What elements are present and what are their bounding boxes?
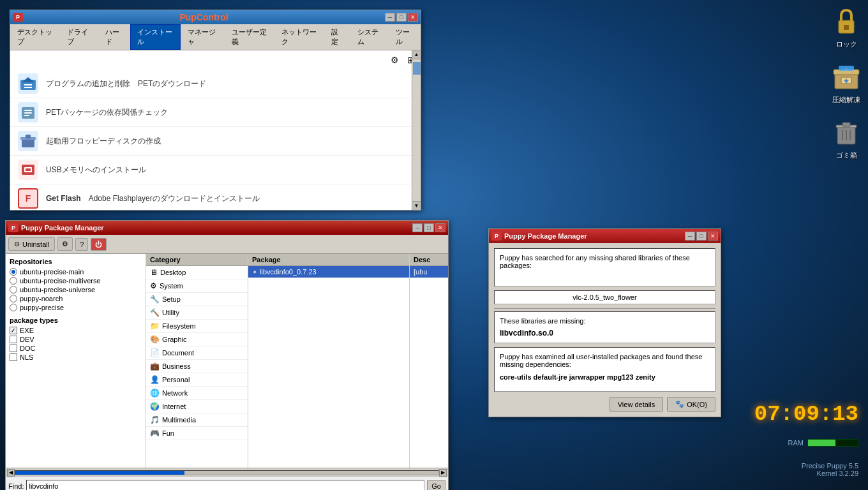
cat-fun[interactable]: 🎮 Fun bbox=[146, 427, 248, 440]
pcp-menu-network[interactable]: ネットワーク bbox=[274, 24, 324, 50]
pcp-menu-install[interactable]: インストール bbox=[130, 24, 180, 50]
pcp-menu-settings[interactable]: 設定 bbox=[324, 24, 350, 50]
trash-desktop-icon[interactable]: ゴミ箱 bbox=[831, 117, 862, 160]
find-go-btn[interactable]: Go bbox=[427, 480, 445, 490]
cat-system-icon: ⚙ bbox=[150, 281, 157, 290]
pkg-type-nls[interactable]: NLS bbox=[10, 353, 142, 361]
scroll-right-btn[interactable]: ▶ bbox=[439, 469, 447, 477]
pcp-menu-manager[interactable]: マネージャ bbox=[181, 24, 225, 50]
dialog-window-controls: ─ □ ✕ bbox=[685, 232, 718, 241]
pcp-menu-tools[interactable]: ツール bbox=[389, 24, 421, 50]
pcp-min-btn[interactable]: ─ bbox=[385, 13, 395, 22]
archive-desktop-icon[interactable]: ↓ 圧縮解凍 bbox=[831, 62, 862, 105]
repo-puppy-precise[interactable]: puppy-precise bbox=[10, 304, 142, 311]
dialog-close-btn[interactable]: ✕ bbox=[708, 232, 718, 241]
trash-icon-img bbox=[831, 117, 862, 148]
lock-desktop-icon[interactable]: ロック bbox=[831, 6, 862, 49]
view-details-btn[interactable]: View details bbox=[610, 397, 664, 412]
scroll-track[interactable] bbox=[15, 470, 439, 475]
cat-multimedia[interactable]: 🎵 Multimedia bbox=[146, 413, 248, 427]
repo-radio-1[interactable] bbox=[10, 277, 17, 285]
cat-personal[interactable]: 👤 Personal bbox=[146, 373, 248, 387]
pcp-close-btn[interactable]: ✕ bbox=[408, 13, 418, 22]
uninstall-btn[interactable]: ⊖ Uninstall bbox=[8, 237, 55, 251]
repo-ubuntu-universe[interactable]: ubuntu-precise-universe bbox=[10, 286, 142, 293]
pkg-sidebar: Repositories ubuntu-precise-main ubuntu-… bbox=[6, 254, 146, 468]
ok-btn[interactable]: 🐾 OK(O) bbox=[667, 397, 715, 412]
pkg-min-btn[interactable]: ─ bbox=[412, 223, 423, 232]
cat-multimedia-icon: 🎵 bbox=[150, 415, 160, 424]
cat-business[interactable]: 💼 Business bbox=[146, 360, 248, 373]
pcp-menubar: デスクトップ ドライブ ハード インストール マネージャ ユーザー定義 ネットワ… bbox=[10, 24, 421, 50]
pkg-title-text: Puppy Package Manager bbox=[21, 224, 410, 232]
cat-system[interactable]: ⚙ System bbox=[146, 279, 248, 293]
dialog-content: Puppy has searched for any missing share… bbox=[489, 243, 721, 417]
pcp-menu-drive[interactable]: ドライブ bbox=[60, 24, 98, 50]
desktop-icons: ロック ↓ 圧縮解凍 bbox=[831, 6, 862, 160]
pkg-close-btn[interactable]: ✕ bbox=[435, 223, 445, 232]
pcp-item-3[interactable]: USBメモリへのインストール bbox=[10, 156, 421, 184]
archive-icon-label: 圧縮解凍 bbox=[832, 95, 860, 105]
pkg-type-doc[interactable]: DOC bbox=[10, 345, 142, 352]
cat-internet[interactable]: 🌍 Internet bbox=[146, 400, 248, 413]
pcp-item-4[interactable]: F Get Flash Adobe Flashplayerのダウンロードとインス… bbox=[10, 184, 421, 210]
dialog-min-btn[interactable]: ─ bbox=[685, 232, 695, 241]
type-check-3[interactable] bbox=[10, 353, 17, 361]
ram-display: RAM bbox=[788, 439, 858, 447]
pcp-menu-system[interactable]: システム bbox=[350, 24, 389, 50]
power-btn[interactable]: ⏻ bbox=[91, 238, 107, 251]
type-check-0[interactable] bbox=[10, 327, 17, 334]
repo-puppy-noarch[interactable]: puppy-noarch bbox=[10, 295, 142, 302]
cat-network[interactable]: 🌐 Network bbox=[146, 387, 248, 400]
pkg-type-dev[interactable]: DEV bbox=[10, 336, 142, 343]
repo-radio-4[interactable] bbox=[10, 304, 17, 311]
pcp-item-2[interactable]: 起動用フロッピーディスクの作成 bbox=[10, 127, 421, 156]
svg-rect-25 bbox=[26, 135, 31, 138]
lock-icon-img bbox=[831, 6, 862, 37]
svg-rect-28 bbox=[26, 168, 31, 171]
help-btn[interactable]: ? bbox=[75, 238, 88, 251]
horizontal-scrollbar[interactable]: ◀ ▶ bbox=[6, 468, 448, 477]
cat-utility[interactable]: 🔨 Utility bbox=[146, 306, 248, 320]
pcp-item-text-3: USBメモリへのインストール bbox=[46, 165, 146, 175]
pcp-menu-user[interactable]: ユーザー定義 bbox=[225, 24, 274, 50]
pcp-item-0[interactable]: プログラムの追加と削除 PETのダウンロード bbox=[10, 70, 421, 98]
repo-radio-2[interactable] bbox=[10, 286, 17, 293]
cat-filesystem[interactable]: 📁 Filesystem bbox=[146, 320, 248, 333]
find-input[interactable] bbox=[26, 480, 424, 490]
pcp-titlebar: P PupControl ─ □ ✕ bbox=[10, 10, 421, 24]
type-check-2[interactable] bbox=[10, 345, 17, 352]
cat-desktop[interactable]: 🖥 Desktop bbox=[146, 266, 248, 279]
pcp-max-btn[interactable]: □ bbox=[396, 13, 407, 22]
settings-btn[interactable]: ⚙ bbox=[57, 237, 73, 251]
cat-personal-icon: 👤 bbox=[150, 375, 160, 384]
scroll-left-btn[interactable]: ◀ bbox=[7, 469, 15, 477]
repo-radio-0[interactable] bbox=[10, 268, 17, 276]
scroll-down-btn[interactable]: ▼ bbox=[412, 201, 421, 210]
scroll-up-btn[interactable]: ▲ bbox=[412, 50, 421, 59]
lock-icon-label: ロック bbox=[836, 40, 857, 49]
repo-ubuntu-main[interactable]: ubuntu-precise-main bbox=[10, 268, 142, 276]
cat-graphic[interactable]: 🎨 Graphic bbox=[146, 333, 248, 346]
svg-rect-21 bbox=[24, 112, 32, 114]
dialog-max-btn[interactable]: □ bbox=[696, 232, 707, 241]
system-info: Precise Puppy 5.5 Kernel 3.2.29 bbox=[802, 462, 858, 477]
cat-setup[interactable]: 🔧 Setup bbox=[146, 293, 248, 306]
pcp-item-1[interactable]: PETパッケージの依存関係チェック bbox=[10, 98, 421, 127]
pcp-scrollbar[interactable]: ▲ ▼ bbox=[412, 50, 421, 210]
type-check-1[interactable] bbox=[10, 336, 17, 343]
pkg-type-exe[interactable]: EXE bbox=[10, 327, 142, 334]
pcp-menu-desktop[interactable]: デスクトップ bbox=[10, 24, 60, 50]
cat-internet-icon: 🌍 bbox=[150, 402, 160, 411]
repo-radio-3[interactable] bbox=[10, 295, 17, 302]
cat-document[interactable]: 📄 Document bbox=[146, 346, 248, 360]
pkg-main: Repositories ubuntu-precise-main ubuntu-… bbox=[6, 254, 448, 468]
pcp-menu-hard[interactable]: ハード bbox=[98, 24, 130, 50]
pkg-max-btn[interactable]: □ bbox=[424, 223, 434, 232]
repo-ubuntu-multiverse[interactable]: ubuntu-precise-multiverse bbox=[10, 277, 142, 285]
pkg-titlebar: P Puppy Package Manager ─ □ ✕ bbox=[6, 221, 448, 235]
pcp-title: PupControl bbox=[26, 12, 382, 22]
trash-icon-label: ゴミ箱 bbox=[836, 151, 857, 160]
pkg-item-0[interactable]: ✦ libvcdinfo0_0.7.23 bbox=[248, 266, 409, 278]
pcp-tool-gear[interactable]: ⚙ bbox=[387, 53, 401, 67]
